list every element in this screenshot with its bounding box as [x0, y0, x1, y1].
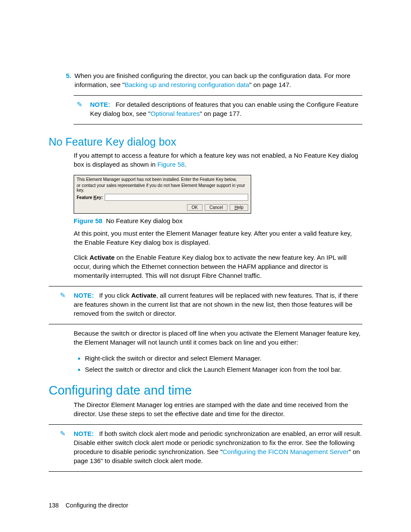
bullet-list: Right-click the switch or director and s… [74, 353, 362, 375]
help-button[interactable]: Help [230, 204, 248, 211]
step-number: 5. [66, 71, 72, 80]
link-backing-up[interactable]: Backing up and restoring configuration d… [125, 81, 249, 88]
feature-key-label: Feature Key: [77, 195, 103, 200]
step-5: 5. When you are finished configuring the… [49, 71, 362, 89]
divider [74, 95, 362, 96]
divider [49, 471, 362, 472]
note-icon: ✎ [60, 429, 65, 439]
note-2: ✎ NOTE: If you click Activate, all curre… [49, 291, 362, 318]
cancel-button[interactable]: Cancel [205, 204, 227, 211]
list-item: Right-click the switch or director and s… [85, 353, 362, 364]
para-5: The Director Element Manager log entries… [74, 400, 362, 418]
divider [74, 124, 362, 124]
para-3: Click Activate on the Enable Feature Key… [74, 253, 362, 280]
divider [49, 286, 362, 286]
dialog-line1: This Element Manager support has not bee… [77, 177, 248, 182]
figure-caption: Figure 58 No Feature Key dialog box [74, 217, 362, 224]
note-3: ✎ NOTE: If both switch clock alert mode … [49, 429, 362, 465]
divider [49, 424, 362, 425]
note-label: NOTE: [74, 430, 94, 437]
link-optional-features[interactable]: Optional features [150, 110, 199, 117]
note-icon: ✎ [60, 291, 65, 300]
divider [49, 324, 362, 324]
para-1: If you attempt to access a feature for w… [74, 151, 362, 169]
note-label: NOTE: [74, 292, 94, 299]
dialog-line2: or contact your sales representative if … [77, 183, 248, 193]
link-ficon-server[interactable]: Configuring the FICON Management Server [223, 448, 349, 455]
para-4: Because the switch or director is placed… [74, 329, 362, 347]
feature-key-input[interactable] [105, 194, 248, 201]
note1-text-b: " on page 177. [200, 110, 242, 117]
link-figure-58[interactable]: Figure 58 [157, 161, 184, 168]
step-text-b: " on page 147. [249, 81, 291, 88]
note-1: ✎ NOTE: For detailed descriptions of fea… [74, 100, 362, 118]
page-number: 138 [49, 502, 59, 509]
footer-title: Configuring the director [65, 502, 128, 509]
page-content: 5. When you are finished configuring the… [0, 0, 411, 532]
note-icon: ✎ [77, 100, 82, 109]
figure-dialog-box: This Element Manager support has not bee… [74, 175, 251, 214]
figure-label: Figure 58 [74, 217, 103, 224]
heading-no-feature-key: No Feature Key dialog box [49, 136, 362, 148]
page-footer: 138 Configuring the director [49, 502, 362, 509]
heading-configuring-date: Configuring date and time [49, 383, 362, 398]
note-label: NOTE: [90, 101, 110, 108]
figure-text: No Feature Key dialog box [106, 217, 183, 224]
para-2: At this point, you must enter the Elemen… [74, 229, 362, 247]
ok-button[interactable]: OK [187, 204, 202, 211]
list-item: Select the switch or director and click … [85, 364, 362, 375]
